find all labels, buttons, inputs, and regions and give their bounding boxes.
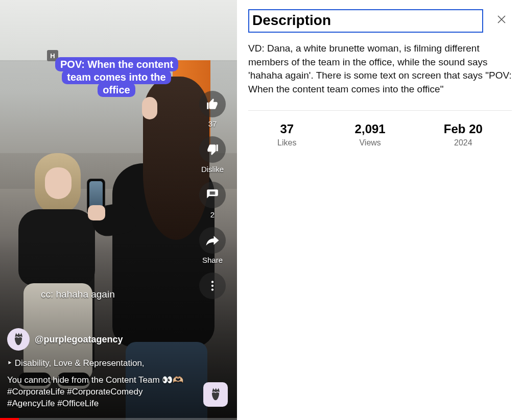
stat-likes-label: Likes [277, 138, 296, 147]
like-count: 37 [208, 119, 217, 128]
description-title: Description [248, 9, 483, 33]
description-body: VD: Dana, a white brunette woman, is fil… [248, 42, 512, 96]
meta-line-1: ‣ Disability, Love & Representation, [7, 358, 191, 369]
action-rail: 37 Dislike 2 Share [192, 91, 233, 299]
stat-views-value: 2,091 [355, 122, 386, 136]
thumbs-up-icon [206, 97, 219, 111]
channel-handle[interactable]: @purplegoatagency [35, 334, 123, 345]
description-panel: Description VD: Dana, a white brunette w… [237, 0, 523, 420]
dislike-button[interactable] [199, 136, 226, 163]
progress-fill [0, 418, 19, 420]
stat-likes: 37 Likes [277, 122, 296, 147]
share-button[interactable] [199, 227, 226, 254]
comment-icon [206, 188, 219, 202]
channel-avatar[interactable] [7, 328, 30, 351]
channel-sound-chip[interactable] [203, 382, 228, 407]
more-vertical-icon [206, 279, 219, 292]
share-label: Share [202, 256, 223, 264]
stat-views-label: Views [355, 138, 386, 147]
stat-date-sub: 2024 [444, 138, 483, 147]
svg-point-2 [211, 288, 213, 290]
meta-line-2: You cannot hide from the Content Team 👀🫶… [7, 375, 191, 410]
stats-row: 37 Likes 2,091 Views Feb 20 2024 [248, 110, 512, 147]
svg-point-0 [211, 281, 213, 283]
video-meta: @purplegoatagency ‣ Disability, Love & R… [7, 328, 191, 410]
share-icon [205, 233, 220, 248]
comments-button[interactable] [199, 182, 226, 208]
goat-icon [207, 386, 224, 403]
goat-icon [10, 331, 27, 348]
close-icon [495, 13, 508, 26]
stat-views: 2,091 Views [355, 122, 386, 147]
stat-date: Feb 20 2024 [444, 122, 483, 147]
thumbs-down-icon [206, 143, 219, 156]
close-button[interactable] [491, 9, 512, 30]
video-overlay-caption-text: POV: When the content team comes into th… [55, 57, 178, 97]
stat-likes-value: 37 [277, 122, 296, 136]
more-button[interactable] [199, 273, 226, 299]
short-player[interactable]: H POV: When the content team comes into … [0, 0, 237, 420]
progress-bar[interactable] [0, 418, 237, 420]
video-overlay-caption: POV: When the content team comes into th… [55, 58, 178, 96]
svg-point-1 [211, 285, 213, 287]
like-button[interactable] [199, 91, 226, 117]
closed-caption-line: cc: hahaha again [41, 289, 115, 300]
comments-count: 2 [210, 210, 215, 219]
stat-date-value: Feb 20 [444, 122, 483, 136]
dislike-label: Dislike [201, 165, 224, 174]
